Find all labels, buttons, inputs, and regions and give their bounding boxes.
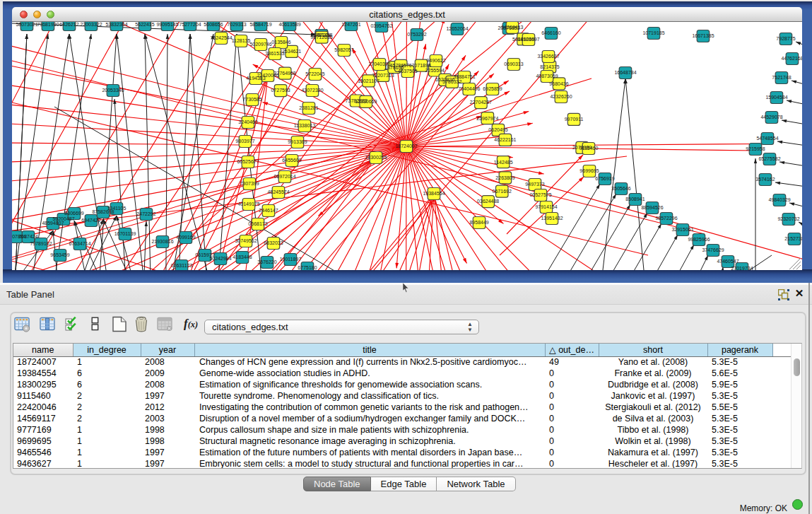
svg-text:27040398: 27040398 [368,62,390,66]
svg-text:0690313: 0690313 [504,62,523,66]
svg-text:9490622: 9490622 [426,58,445,63]
svg-text:75277204: 75277204 [179,22,201,27]
svg-text:22003322: 22003322 [80,22,102,27]
svg-text:50209746: 50209746 [249,42,271,47]
svg-text:10719185: 10719185 [642,30,664,35]
svg-text:5786332: 5786332 [442,79,461,84]
svg-text:16648784: 16648784 [614,70,636,75]
svg-text:5608656: 5608656 [204,22,223,27]
svg-text:49840329: 49840329 [768,197,790,202]
svg-text:46222161: 46222161 [494,137,516,142]
svg-text:0727593: 0727593 [271,88,290,93]
svg-text:58073021: 58073021 [16,22,37,27]
svg-text:18300295: 18300295 [365,155,387,160]
svg-text:6947422: 6947422 [81,218,100,223]
svg-text:4099169: 4099169 [176,235,195,240]
svg-text:84123697: 84123697 [517,37,539,42]
svg-text:7928775: 7928775 [776,36,795,41]
svg-text:42326260: 42326260 [550,94,572,99]
svg-text:18724007: 18724007 [395,144,417,148]
svg-text:22704287: 22704287 [470,100,492,105]
svg-text:7307399: 7307399 [240,181,259,186]
svg-text:8214375: 8214375 [540,64,559,69]
svg-text:9497373: 9497373 [525,182,544,187]
svg-text:6775180: 6775180 [298,265,317,270]
svg-text:6832033: 6832033 [264,240,283,245]
svg-text:25967974: 25967974 [476,116,498,121]
svg-text:9653459: 9653459 [50,252,69,257]
svg-text:50242984: 50242984 [209,256,231,261]
svg-text:92320732: 92320732 [777,216,799,221]
svg-text:0753292: 0753292 [407,32,426,37]
svg-text:22420046: 22420046 [257,73,278,78]
svg-text:48594807: 48594807 [42,221,64,226]
svg-text:9680436: 9680436 [549,81,568,86]
svg-text:1128135: 1128135 [232,38,251,43]
svg-text:65275582: 65275582 [758,156,780,161]
svg-text:40613589: 40613589 [278,22,300,27]
svg-text:1341105: 1341105 [107,206,126,211]
svg-text:33426637: 33426637 [537,54,559,59]
svg-text:9913369: 9913369 [288,139,307,144]
svg-text:4637505: 4637505 [398,69,417,74]
svg-text:0135846: 0135846 [271,40,290,45]
svg-text:97914154: 97914154 [535,204,557,209]
svg-text:3861533: 3861533 [265,51,284,56]
svg-text:12330669: 12330669 [355,99,377,104]
svg-text:40873059: 40873059 [536,74,558,78]
svg-text:2534621: 2534621 [282,49,301,54]
svg-text:16701139: 16701139 [114,231,136,236]
svg-text:27019734: 27019734 [731,266,753,270]
svg-text:19011897: 19011897 [280,257,302,262]
svg-text:73681930: 73681930 [37,22,59,27]
svg-text:60525677: 60525677 [237,159,259,164]
svg-text:96712635: 96712635 [311,35,333,40]
svg-text:7521748: 7521748 [772,75,791,80]
svg-text:21930816: 21930816 [151,239,173,244]
svg-text:2255594: 2255594 [425,68,445,73]
svg-text:9970911: 9970911 [565,117,584,122]
svg-text:5622415: 5622415 [135,22,154,27]
svg-text:19384554: 19384554 [423,191,445,196]
svg-text:79789102: 79789102 [30,241,52,246]
svg-text:9803977: 9803977 [235,139,254,144]
svg-text:94269413: 94269413 [501,25,523,30]
svg-text:0620495: 0620495 [488,127,507,132]
svg-text:98572296: 98572296 [655,216,677,221]
svg-text:2381281: 2381281 [299,105,318,110]
svg-text:43072320: 43072320 [301,88,323,93]
svg-text:1142485: 1142485 [494,160,513,165]
svg-text:7029313: 7029313 [227,22,246,27]
svg-text:7730585: 7730585 [242,97,261,102]
svg-text:53832364: 53832364 [105,22,127,27]
svg-text:3505646: 3505646 [611,186,630,191]
svg-text:4183448: 4183448 [233,255,252,259]
svg-text:11338013: 11338013 [294,123,316,128]
svg-text:0671692: 0671692 [493,189,512,194]
svg-text:12652064: 12652064 [446,26,468,31]
svg-text:8306699: 8306699 [64,211,83,216]
svg-text:9215958: 9215958 [746,146,765,151]
svg-text:3240460: 3240460 [238,119,257,124]
svg-text:32915061: 32915061 [671,227,693,232]
svg-text:13951432: 13951432 [541,216,563,221]
svg-text:30749562: 30749562 [235,238,257,243]
svg-text:03624488: 03624488 [477,199,499,204]
svg-text:2152738: 2152738 [784,236,802,241]
svg-text:67634714: 67634714 [69,241,90,246]
svg-text:99825966: 99825966 [688,237,710,242]
svg-text:8958449: 8958449 [469,220,488,225]
svg-text:72207313: 72207313 [372,73,394,78]
svg-text:5982057: 5982057 [334,47,353,52]
svg-text:6756919: 6756919 [595,176,614,181]
svg-text:0568173: 0568173 [248,221,267,226]
svg-text:16671385: 16671385 [692,33,714,38]
svg-text:88594526: 88594526 [641,205,663,210]
svg-text:00527575: 00527575 [529,192,551,197]
svg-text:33884751: 33884751 [453,74,475,79]
svg-text:45786576: 45786576 [390,63,412,68]
svg-text:44529078: 44529078 [760,115,782,119]
svg-text:48245574: 48245574 [267,189,289,194]
svg-text:03954762: 03954762 [370,23,392,28]
svg-text:75242544: 75242544 [210,35,232,40]
